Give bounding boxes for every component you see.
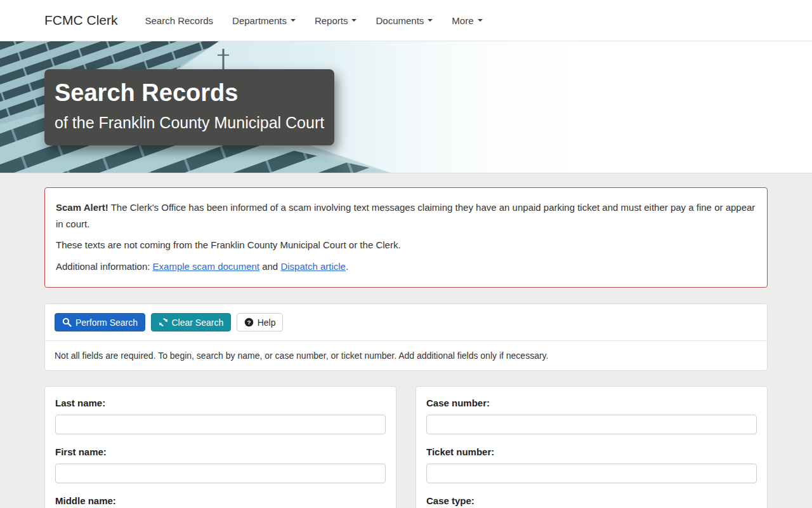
first-name-input[interactable] (55, 464, 386, 483)
scam-alert-paragraph-2: These texts are not coming from the Fran… (56, 237, 756, 253)
brand-fcmc-clerk[interactable]: FCMC Clerk (44, 13, 118, 28)
hero-banner: Search Records of the Franklin County Mu… (0, 41, 812, 173)
search-toolbar-panel: Perform Search Clear Search ? Help Not a… (44, 304, 768, 371)
caret-down-icon (351, 19, 357, 22)
search-toolbar: Perform Search Clear Search ? Help (45, 304, 767, 341)
scam-alert-paragraph-1: Scam Alert! The Clerk's Office has been … (56, 199, 756, 232)
nav-item-reports[interactable]: Reports (305, 9, 367, 32)
scam-alert-paragraph-3: Additional information: Example scam doc… (56, 258, 756, 275)
perform-search-button[interactable]: Perform Search (55, 313, 145, 331)
page-subtitle: of the Franklin County Municipal Court (55, 113, 324, 132)
question-circle-icon: ? (244, 318, 254, 327)
nav-item-more[interactable]: More (442, 9, 492, 32)
case-type-label: Case type: (426, 495, 757, 506)
case-type-group: Case type: ALL (426, 495, 757, 508)
first-name-group: First name: (55, 446, 386, 483)
search-instructions-body: Not all fields are required. To begin, s… (45, 341, 767, 370)
nav-item-search-records[interactable]: Search Records (136, 9, 223, 32)
search-icon (62, 318, 72, 327)
search-form: Last name: First name: Middle name: Case… (44, 386, 768, 508)
dispatch-article-link[interactable]: Dispatch article (280, 261, 346, 272)
caret-down-icon (291, 19, 296, 22)
last-name-label: Last name: (55, 398, 386, 408)
last-name-input[interactable] (55, 415, 386, 434)
ticket-number-group: Ticket number: (426, 446, 757, 483)
nav-item-departments[interactable]: Departments (223, 9, 305, 32)
case-number-input[interactable] (426, 415, 757, 434)
help-button[interactable]: ? Help (237, 313, 284, 331)
first-name-label: First name: (55, 446, 386, 457)
scam-alert: Scam Alert! The Clerk's Office has been … (44, 187, 768, 288)
middle-name-label: Middle name: (55, 495, 386, 506)
case-number-group: Case number: (426, 398, 757, 434)
hero-title-box: Search Records of the Franklin County Mu… (44, 69, 334, 145)
nav-item-documents[interactable]: Documents (366, 9, 442, 32)
case-search-panel: Case number: Ticket number: Case type: A… (416, 386, 768, 508)
main-nav: Search Records Departments Reports Docum… (136, 9, 492, 32)
navbar: FCMC Clerk Search Records Departments Re… (0, 0, 812, 41)
search-instructions: Not all fields are required. To begin, s… (55, 351, 757, 361)
example-scam-document-link[interactable]: Example scam document (153, 261, 259, 272)
ticket-number-label: Ticket number: (426, 446, 757, 457)
page-title: Search Records (55, 80, 324, 107)
name-search-panel: Last name: First name: Middle name: (44, 386, 396, 508)
last-name-group: Last name: (55, 398, 386, 434)
refresh-icon (159, 318, 168, 327)
ticket-number-input[interactable] (426, 464, 757, 483)
caret-down-icon (428, 19, 433, 22)
middle-name-group: Middle name: (55, 495, 386, 508)
svg-text:?: ? (247, 319, 251, 326)
clear-search-button[interactable]: Clear Search (151, 313, 232, 331)
scam-alert-heading: Scam Alert! (56, 202, 108, 213)
caret-down-icon (478, 19, 483, 22)
main-content: Scam Alert! The Clerk's Office has been … (44, 187, 768, 508)
case-number-label: Case number: (426, 398, 757, 408)
